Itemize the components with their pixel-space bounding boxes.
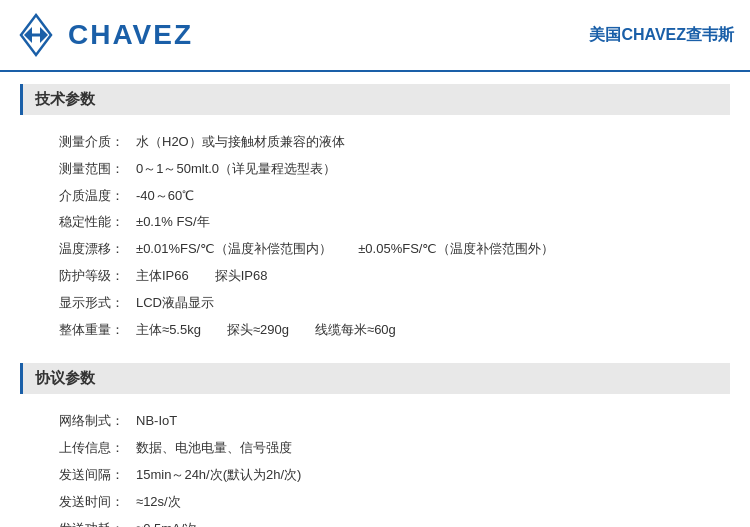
table-row: 发送间隔：15min～24h/次(默认为2h/次) (50, 462, 750, 489)
section1-table: 测量介质：水（H2O）或与接触材质兼容的液体测量范围：0～1～50mlt.0（详… (50, 129, 750, 343)
content-area: 技术参数 测量介质：水（H2O）或与接触材质兼容的液体测量范围：0～1～50ml… (0, 72, 750, 527)
section2-table: 网络制式：NB-IoT上传信息：数据、电池电量、信号强度发送间隔：15min～2… (50, 408, 750, 527)
param-value: -40～60℃ (130, 183, 750, 210)
table-row: 温度漂移：±0.01%FS/℃（温度补偿范围内） ±0.05%FS/℃（温度补偿… (50, 236, 750, 263)
table-row: 网络制式：NB-IoT (50, 408, 750, 435)
logo-text: CHAVEZ (68, 19, 193, 51)
param-value: 主体≈5.5kg 探头≈290g 线缆每米≈60g (130, 317, 750, 344)
param-label: 防护等级： (50, 263, 130, 290)
param-value: 主体IP66 探头IP68 (130, 263, 750, 290)
table-row: 发送时间：≈12s/次 (50, 489, 750, 516)
param-value: 数据、电池电量、信号强度 (130, 435, 750, 462)
table-row: 介质温度：-40～60℃ (50, 183, 750, 210)
param-label: 显示形式： (50, 290, 130, 317)
brand-cn-text: 美国CHAVEZ查韦斯 (589, 25, 734, 46)
table-row: 发送功耗：≈0.5mA/次 (50, 516, 750, 527)
table-row: 整体重量：主体≈5.5kg 探头≈290g 线缆每米≈60g (50, 317, 750, 344)
param-value: ≈12s/次 (130, 489, 750, 516)
param-value: NB-IoT (130, 408, 750, 435)
table-row: 测量介质：水（H2O）或与接触材质兼容的液体 (50, 129, 750, 156)
param-label: 温度漂移： (50, 236, 130, 263)
param-label: 网络制式： (50, 408, 130, 435)
param-label: 发送时间： (50, 489, 130, 516)
param-label: 稳定性能： (50, 209, 130, 236)
param-value: 0～1～50mlt.0（详见量程选型表） (130, 156, 750, 183)
table-row: 显示形式：LCD液晶显示 (50, 290, 750, 317)
table-row: 上传信息：数据、电池电量、信号强度 (50, 435, 750, 462)
param-value: 水（H2O）或与接触材质兼容的液体 (130, 129, 750, 156)
param-label: 上传信息： (50, 435, 130, 462)
param-value: ±0.01%FS/℃（温度补偿范围内） ±0.05%FS/℃（温度补偿范围外） (130, 236, 750, 263)
section1-header: 技术参数 (20, 84, 730, 115)
header: CHAVEZ 美国CHAVEZ查韦斯 (0, 0, 750, 72)
section2-header: 协议参数 (20, 363, 730, 394)
table-row: 防护等级：主体IP66 探头IP68 (50, 263, 750, 290)
param-value: ≈0.5mA/次 (130, 516, 750, 527)
param-value: 15min～24h/次(默认为2h/次) (130, 462, 750, 489)
param-value: LCD液晶显示 (130, 290, 750, 317)
param-label: 测量范围： (50, 156, 130, 183)
param-label: 测量介质： (50, 129, 130, 156)
logo-area: CHAVEZ (12, 11, 193, 59)
table-row: 测量范围：0～1～50mlt.0（详见量程选型表） (50, 156, 750, 183)
chavez-logo-icon (12, 11, 60, 59)
param-value: ±0.1% FS/年 (130, 209, 750, 236)
param-label: 介质温度： (50, 183, 130, 210)
table-row: 稳定性能：±0.1% FS/年 (50, 209, 750, 236)
param-label: 发送功耗： (50, 516, 130, 527)
param-label: 整体重量： (50, 317, 130, 344)
svg-rect-3 (30, 34, 42, 37)
param-label: 发送间隔： (50, 462, 130, 489)
